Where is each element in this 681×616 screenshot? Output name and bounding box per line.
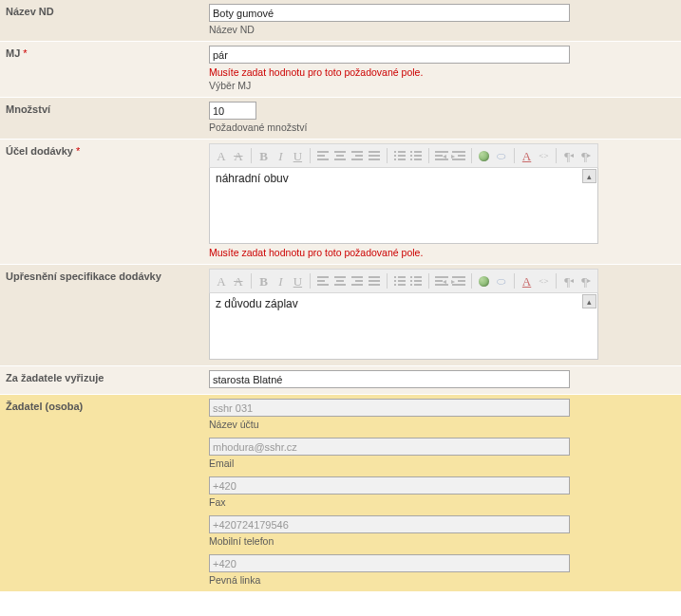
label-upresneni: Upřesnění specifikace dodávky	[0, 265, 209, 365]
label-mj: MJ *	[0, 42, 209, 97]
toolbar-separator	[514, 148, 515, 163]
unlink-icon[interactable]: ⬭	[494, 147, 509, 164]
scroll-up-icon[interactable]: ▴	[582, 169, 596, 183]
underline-icon[interactable]: U	[290, 272, 305, 289]
row-vyrizuje: Za žadatele vyřizuje	[0, 366, 681, 395]
toolbar-separator	[310, 273, 311, 289]
rtl-icon[interactable]: ¶▸	[578, 147, 594, 164]
unordered-list-icon[interactable]	[409, 272, 425, 289]
label-zadatel: Žadatel (osoba)	[0, 395, 209, 591]
align-left-icon[interactable]	[315, 147, 331, 164]
input-zadatel-email	[209, 438, 570, 456]
editor-upresneni[interactable]: z důvodu záplav ▴	[209, 293, 598, 360]
ordered-list-icon[interactable]	[392, 272, 407, 289]
hint-nazev-nd: Název ND	[209, 24, 673, 35]
hint-zadatel-fax: Fax	[209, 496, 673, 508]
toolbar-separator	[556, 273, 557, 289]
unlink-icon[interactable]: ⬭	[494, 272, 509, 289]
align-left-icon[interactable]	[315, 272, 331, 289]
remove-format-icon[interactable]: A	[520, 147, 535, 164]
required-indicator: *	[76, 145, 80, 157]
indent-icon[interactable]: ▸	[451, 272, 466, 289]
unordered-list-icon[interactable]	[409, 147, 425, 164]
italic-icon[interactable]: I	[274, 272, 289, 289]
label-mnozstvi: Množství	[0, 98, 209, 139]
ltr-icon[interactable]: ¶◂	[561, 147, 577, 164]
richtext-toolbar-ucel: A A B I U ◂ ▸ ⬭ A <> ¶◂ ¶▸	[209, 143, 598, 168]
font-color-icon[interactable]: A	[214, 272, 229, 289]
align-right-icon[interactable]	[350, 147, 365, 164]
toolbar-separator	[387, 148, 388, 163]
row-mnozstvi: Množství Požadované množství	[0, 98, 681, 140]
toolbar-separator	[514, 273, 515, 289]
input-zadatel-linka	[209, 554, 570, 572]
input-zadatel-mobil	[209, 515, 570, 533]
row-upresneni: Upřesnění specifikace dodávky A A B I U …	[0, 265, 681, 366]
source-icon[interactable]: <>	[537, 147, 552, 164]
toolbar-separator	[428, 273, 429, 289]
remove-format-icon[interactable]: A	[520, 272, 535, 289]
hint-zadatel-mobil: Mobilní telefon	[209, 535, 673, 547]
toolbar-separator	[387, 273, 388, 289]
link-icon[interactable]	[477, 147, 492, 164]
label-ucel: Účel dodávky *	[0, 140, 209, 264]
font-bgcolor-icon[interactable]: A	[231, 147, 246, 164]
ordered-list-icon[interactable]	[392, 147, 407, 164]
italic-icon[interactable]: I	[274, 147, 289, 164]
indent-icon[interactable]: ▸	[451, 147, 466, 164]
hint-zadatel-linka: Pevná linka	[209, 574, 673, 586]
input-mnozstvi[interactable]	[209, 102, 256, 120]
editor-ucel[interactable]: náhradní obuv ▴	[209, 168, 598, 244]
toolbar-separator	[310, 148, 311, 163]
toolbar-separator	[251, 273, 252, 289]
toolbar-separator	[556, 148, 557, 163]
input-zadatel-fax	[209, 476, 570, 495]
hint-mj: Výběr MJ	[209, 80, 673, 91]
align-justify-icon[interactable]	[367, 272, 382, 289]
input-nazev-nd[interactable]	[209, 4, 570, 22]
label-vyrizuje: Za žadatele vyřizuje	[0, 366, 209, 394]
row-nazev-nd: Název ND Název ND	[0, 0, 681, 42]
scroll-up-icon[interactable]: ▴	[582, 294, 596, 308]
outdent-icon[interactable]: ◂	[434, 272, 449, 289]
row-ucel: Účel dodávky * A A B I U ◂ ▸ ⬭ A	[0, 140, 681, 265]
richtext-toolbar-upresneni: A A B I U ◂ ▸ ⬭ A <> ¶◂ ¶▸	[209, 269, 598, 293]
toolbar-separator	[428, 148, 429, 163]
row-mj: MJ * Musíte zadat hodnotu pro toto požad…	[0, 42, 681, 98]
error-mj: Musíte zadat hodnotu pro toto požadované…	[209, 66, 673, 78]
align-right-icon[interactable]	[350, 272, 365, 289]
input-mj[interactable]	[209, 46, 570, 64]
underline-icon[interactable]: U	[290, 147, 305, 164]
align-center-icon[interactable]	[332, 272, 348, 289]
font-bgcolor-icon[interactable]: A	[231, 272, 246, 289]
align-justify-icon[interactable]	[367, 147, 382, 164]
ltr-icon[interactable]: ¶◂	[561, 272, 577, 289]
input-zadatel-ucet	[209, 399, 570, 417]
hint-mnozstvi: Požadované množství	[209, 121, 673, 133]
error-ucel: Musíte zadat hodnotu pro toto požadované…	[209, 247, 673, 258]
font-color-icon[interactable]: A	[214, 147, 229, 164]
align-center-icon[interactable]	[332, 147, 348, 164]
label-nazev-nd: Název ND	[0, 0, 209, 41]
toolbar-separator	[471, 148, 472, 163]
row-zadatel: Žadatel (osoba) Název účtu Email Fax Mob…	[0, 395, 681, 592]
bold-icon[interactable]: B	[256, 272, 272, 289]
link-icon[interactable]	[477, 272, 492, 289]
source-icon[interactable]: <>	[537, 272, 552, 289]
bold-icon[interactable]: B	[256, 147, 272, 164]
required-indicator: *	[23, 47, 27, 59]
input-vyrizuje[interactable]	[209, 370, 570, 388]
rtl-icon[interactable]: ¶▸	[578, 272, 594, 289]
hint-zadatel-ucet: Název účtu	[209, 419, 673, 430]
toolbar-separator	[251, 148, 252, 163]
outdent-icon[interactable]: ◂	[434, 147, 449, 164]
hint-zadatel-email: Email	[209, 457, 673, 469]
toolbar-separator	[471, 273, 472, 289]
